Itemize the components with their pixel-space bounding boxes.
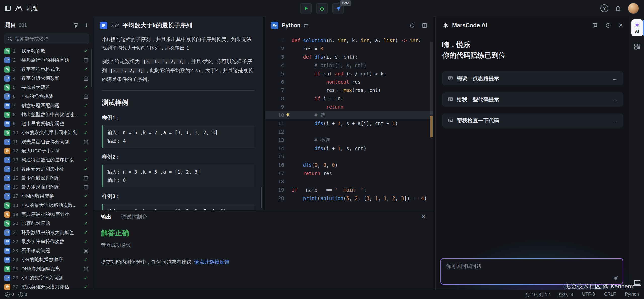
problem-list-item[interactable]: 中16最大矩形面积问题: [0, 183, 93, 192]
problem-list-item[interactable]: 中17小M的数组变换✓: [0, 192, 93, 201]
app-logo-icon[interactable]: [15, 5, 23, 11]
search-input[interactable]: [15, 36, 86, 42]
problem-list-item[interactable]: 简20比赛配对问题✓: [0, 219, 93, 228]
editor-scrollbar[interactable]: [430, 42, 433, 115]
close-output-icon[interactable]: ✕: [421, 214, 426, 220]
code-line[interactable]: 1def solution(n: int, k: int, a: list) -…: [265, 36, 433, 44]
code-line[interactable]: 13 # 不选: [265, 136, 433, 144]
new-chat-icon[interactable]: [592, 23, 598, 28]
problem-list-item[interactable]: 中6小E的怪物挑战: [0, 92, 93, 101]
code-line[interactable]: 14 dfs(i + 1, s, cnt): [265, 144, 433, 152]
indent-setting[interactable]: 空格: 4: [559, 292, 573, 298]
device-preview-icon[interactable]: [633, 280, 641, 286]
extensions-icon[interactable]: [634, 43, 641, 50]
problem-list-item[interactable]: 中13构造特定数组的逆序拼接✓: [0, 155, 93, 164]
layout-split-icon[interactable]: [422, 23, 427, 28]
errors-count: 0: [11, 292, 14, 297]
problem-list-item[interactable]: 中15最少前缀操作问题: [0, 174, 93, 183]
debug-button[interactable]: [316, 3, 328, 14]
sidebar-toggle-icon[interactable]: [5, 6, 11, 11]
code-line[interactable]: 16 dfs(0, 0, 0): [265, 161, 433, 169]
problem-list-item[interactable]: 难19字典序最小的01字符串✓: [0, 210, 93, 219]
code-line[interactable]: 17 return res: [265, 169, 433, 177]
problem-list-item[interactable]: 中22最少字符串操作次数✓: [0, 237, 93, 246]
add-problem-icon[interactable]: +: [84, 22, 88, 29]
close-ai-panel-icon[interactable]: ✕: [619, 22, 623, 29]
problem-list-item[interactable]: 简3数字字符串格式化✓: [0, 65, 93, 74]
eol-setting[interactable]: CRLF: [604, 292, 616, 298]
code-line[interactable]: 10 # 选: [265, 111, 433, 119]
ai-input-box[interactable]: [441, 259, 623, 284]
problem-list-item[interactable]: 中24小R的随机播放顺序✓: [0, 255, 93, 264]
sidebar-scrollbar[interactable]: [91, 49, 92, 87]
problem-number: 21: [13, 230, 19, 235]
errors-indicator[interactable]: 0: [5, 292, 14, 297]
code-text: dfs(i + 1, s + a[i], cnt + 1): [292, 121, 433, 126]
code-line[interactable]: 2 res = 0: [265, 44, 433, 53]
tab-output[interactable]: 输出: [101, 213, 111, 220]
problem-list-item[interactable]: 中14数组元素之和最小化✓: [0, 164, 93, 174]
help-icon[interactable]: ?: [600, 4, 608, 12]
problem-list-item[interactable]: 简25DNA序列编辑距离: [0, 264, 93, 273]
problem-number: 15: [13, 175, 19, 181]
output-panel: 输出 调试控制台 ✕ 解答正确 恭喜成功通过 提交功能内测体验中，任何问题或者建…: [93, 210, 433, 290]
search-box[interactable]: [4, 34, 89, 44]
code-line[interactable]: 3 def dfs(i, s, cnt):: [265, 53, 433, 61]
problem-list-item[interactable]: 中11观光景点组合得分问题: [0, 137, 93, 146]
note-icon: [83, 176, 89, 181]
code-line[interactable]: 19if __name__ == '__main__':: [265, 186, 433, 194]
code-line[interactable]: 6 nonlocal res: [265, 78, 433, 86]
code-line[interactable]: 11 dfs(i + 1, s + a[i], cnt + 1): [265, 119, 433, 127]
problem-list-item[interactable]: 中23石子移动问题: [0, 246, 93, 255]
code-line[interactable]: 7 res = max(res, cnt): [265, 86, 433, 94]
ai-assistant-button[interactable]: AI: [631, 19, 643, 36]
code-text: if i == n:: [292, 96, 433, 101]
language-mode[interactable]: Python: [625, 292, 639, 298]
language-switch-icon[interactable]: ⇄: [304, 22, 308, 29]
ai-suggestion-card[interactable]: 帮我检查一下代码→: [442, 114, 623, 128]
ai-suggestion-card[interactable]: 给我一些代码提示→: [442, 92, 623, 107]
warnings-indicator[interactable]: 8: [18, 292, 27, 297]
code-line[interactable]: 8 if i == n:: [265, 94, 433, 103]
ai-question-input[interactable]: [441, 259, 623, 284]
problem-list-item[interactable]: 中9超市里的货物架调整✓: [0, 119, 93, 128]
problem-list-item[interactable]: 难12最大UCC子串计算✓: [0, 146, 93, 155]
problem-list-item[interactable]: 中4数字分组求偶数和: [0, 74, 93, 83]
code-line[interactable]: 12: [265, 127, 433, 136]
code-area[interactable]: 1def solution(n: int, k: int, a: list) -…: [265, 35, 433, 202]
cursor-position[interactable]: 行 10, 列 12: [526, 292, 550, 298]
ai-suggestion-card[interactable]: 需要一点思路提示→: [442, 71, 623, 85]
problem-list-item[interactable]: 中21环形数组中的最大贡献值✓: [0, 228, 93, 237]
problem-scrollbar[interactable]: [261, 187, 262, 208]
problem-list-item[interactable]: 简5寻找最大葫芦✓: [0, 83, 93, 92]
code-line[interactable]: 4 # print(i, s, cnt): [265, 61, 433, 69]
reset-code-icon[interactable]: [409, 23, 415, 28]
code-line[interactable]: 9 return: [265, 103, 433, 111]
problem-list-item[interactable]: 难27游戏英雄升级潜力评估✓: [0, 282, 93, 290]
problem-list-item[interactable]: 简18小U的最大连续移动次数...✓: [0, 201, 93, 210]
code-line[interactable]: 5 if cnt and (s / cnt) > k:: [265, 69, 433, 78]
user-avatar[interactable]: [628, 3, 639, 14]
code-text: # 选: [292, 112, 433, 118]
code-line[interactable]: 15: [265, 152, 433, 161]
submit-button[interactable]: Beta: [332, 3, 344, 14]
done-check-icon: ✓: [83, 284, 89, 290]
filter-icon[interactable]: [73, 23, 79, 28]
send-icon[interactable]: [612, 275, 619, 282]
code-line[interactable]: 18: [265, 177, 433, 186]
feedback-link[interactable]: 请点此链接反馈: [194, 259, 229, 265]
problem-list-item[interactable]: 简10小R的永久代币卡回本计划✓: [0, 128, 93, 137]
problem-list-item[interactable]: 简8找出整型数组中占比超过...✓: [0, 110, 93, 119]
problem-list: 简1找单独的数✓中2徒步旅行中的补给问题简3数字字符串格式化✓中4数字分组求偶数…: [0, 47, 93, 290]
run-button[interactable]: [300, 3, 312, 14]
encoding[interactable]: UTF-8: [582, 292, 595, 298]
problem-list-item[interactable]: 简1找单独的数✓: [0, 47, 93, 56]
history-icon[interactable]: [605, 23, 611, 28]
code-line[interactable]: 20 print(solution(5, 2, [3, 1, 1, 2, 3])…: [265, 194, 433, 202]
tab-debug-console[interactable]: 调试控制台: [121, 213, 147, 220]
lightbulb-icon[interactable]: [286, 113, 290, 117]
problem-list-item[interactable]: 中2徒步旅行中的补给问题: [0, 56, 93, 65]
problem-list-item[interactable]: 中7创意标题匹配问题✓: [0, 101, 93, 110]
notifications-bell-icon[interactable]: [615, 5, 621, 12]
problem-list-item[interactable]: 中26小U的数字插入问题✓: [0, 273, 93, 282]
